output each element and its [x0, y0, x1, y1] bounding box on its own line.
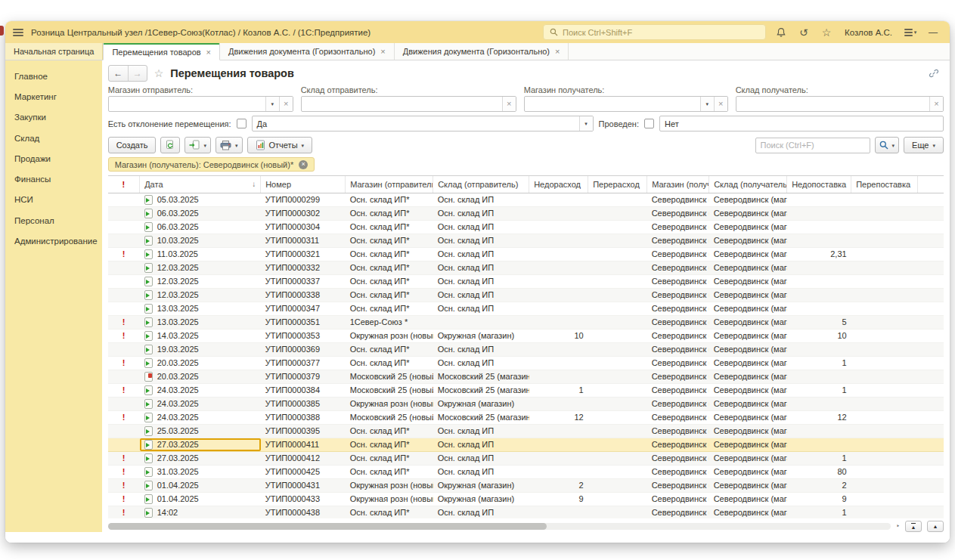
cell-excl[interactable]: !	[108, 465, 140, 478]
cell-over_del[interactable]	[851, 234, 918, 247]
cell-date[interactable]: 05.03.2025	[140, 193, 261, 206]
cell-under_del[interactable]	[787, 424, 851, 438]
shop-receiver-dropdown-button[interactable]: ▾	[700, 97, 714, 111]
cell-over_del[interactable]	[851, 506, 918, 518]
cell-num[interactable]: УТИП0000353	[261, 329, 346, 342]
table-row[interactable]: 24.03.2025УТИП0000385Окружная розн (новы…	[108, 397, 944, 410]
cell-over_exp[interactable]	[588, 451, 647, 465]
cell-over_exp[interactable]	[588, 410, 647, 424]
table-row[interactable]: !01.04.2025УТИП0000431Окружная розн (нов…	[108, 478, 944, 492]
cell-shop_to[interactable]: Северодвинск (н...	[647, 288, 709, 302]
table-row[interactable]: !14:02УТИП0000438Осн. склад ИП*Осн. скла…	[108, 506, 944, 518]
cell-under_exp[interactable]: 1	[529, 383, 588, 397]
table-row[interactable]: 10.03.2025УТИП0000311Осн. склад ИП*Осн. …	[108, 234, 944, 247]
go-to-list-begin-button[interactable]: ▲	[905, 521, 922, 532]
cell-over_del[interactable]	[851, 424, 918, 438]
cell-num[interactable]: УТИП0000332	[261, 261, 346, 274]
cell-wh_to[interactable]: Северодвинск (магазин)	[709, 478, 787, 492]
cell-num[interactable]: УТИП0000304	[261, 220, 346, 234]
cell-over_exp[interactable]	[588, 193, 647, 206]
cell-date[interactable]: 12.03.2025	[140, 261, 261, 274]
cell-wh_to[interactable]: Северодвинск (магазин)	[709, 492, 787, 506]
cell-under_del[interactable]	[787, 234, 851, 247]
table-row[interactable]: 12.03.2025УТИП0000337Осн. склад ИП*Осн. …	[108, 274, 944, 288]
cell-under_del[interactable]: 2,31	[787, 247, 851, 261]
cell-excl[interactable]: !	[108, 478, 140, 492]
cell-under_del[interactable]	[787, 220, 851, 234]
cell-num[interactable]: УТИП0000425	[261, 465, 346, 478]
cell-wh_from[interactable]: Осн. склад ИП	[433, 424, 529, 438]
cell-under_del[interactable]: 80	[787, 465, 851, 478]
cell-over_exp[interactable]	[588, 342, 647, 356]
cell-num[interactable]: УТИП0000302	[261, 206, 346, 220]
cell-shop_from[interactable]: Осн. склад ИП*	[346, 206, 433, 220]
cell-over_del[interactable]	[851, 410, 918, 424]
cell-date[interactable]: 31.03.2025	[140, 465, 261, 478]
column-header-wh_from[interactable]: Склад (отправитель)	[433, 176, 529, 193]
sidebar-item-9[interactable]: Администрирование	[5, 231, 102, 252]
cell-under_exp[interactable]	[529, 302, 588, 315]
cell-over_exp[interactable]	[588, 492, 647, 506]
table-row[interactable]: !01.04.2025УТИП0000433Окружная розн (нов…	[108, 492, 944, 506]
cell-under_del[interactable]: 2	[787, 478, 851, 492]
cell-over_exp[interactable]	[588, 506, 647, 518]
cell-wh_from[interactable]: Осн. склад ИП	[433, 274, 529, 288]
cell-shop_to[interactable]: Северодвинск (н...	[647, 397, 709, 410]
minimize-button[interactable]: —	[926, 24, 941, 41]
cell-under_exp[interactable]: 9	[529, 492, 588, 506]
horizontal-scrollbar[interactable]	[108, 523, 891, 530]
cell-over_del[interactable]	[851, 451, 918, 465]
cell-wh_from[interactable]: Окружная (магазин)	[433, 329, 529, 342]
cell-under_del[interactable]	[787, 193, 851, 206]
cell-under_exp[interactable]	[529, 220, 588, 234]
shop-sender-dropdown-button[interactable]: ▾	[265, 97, 279, 111]
cell-excl[interactable]	[108, 370, 140, 383]
favorites-button[interactable]: ☆	[819, 24, 834, 41]
cell-under_del[interactable]: 10	[787, 329, 851, 342]
cell-num[interactable]: УТИП0000431	[261, 478, 346, 492]
cell-date[interactable]: 01.04.2025	[140, 478, 261, 492]
table-row[interactable]: 12.03.2025УТИП0000332Осн. склад ИП*Осн. …	[108, 261, 944, 274]
cell-under_exp[interactable]	[529, 234, 588, 247]
cell-date[interactable]: 24.03.2025	[140, 383, 261, 397]
cell-shop_to[interactable]: Северодвинск (н...	[647, 410, 709, 424]
tab-2[interactable]: Перемещения товаров×	[103, 43, 220, 60]
cell-over_exp[interactable]	[588, 356, 647, 370]
cell-wh_to[interactable]: Северодвинск (магазин)	[709, 302, 787, 315]
cell-under_del[interactable]	[787, 206, 851, 220]
cell-wh_to[interactable]: Северодвинск (магазин)	[709, 329, 787, 342]
cell-num[interactable]: УТИП0000351	[261, 315, 346, 329]
cell-wh_to[interactable]: Северодвинск (магазин)	[709, 288, 787, 302]
cell-num[interactable]: УТИП0000338	[261, 288, 346, 302]
cell-num[interactable]: УТИП0000385	[261, 397, 346, 410]
cell-wh_from[interactable]: Осн. склад ИП	[433, 220, 529, 234]
horizontal-scrollbar-thumb[interactable]	[108, 523, 547, 530]
more-button[interactable]: Еще ▾	[904, 137, 944, 153]
table-row[interactable]: 19.03.2025УТИП0000369Осн. склад ИП*Осн. …	[108, 342, 944, 356]
cell-under_exp[interactable]	[529, 206, 588, 220]
cell-over_del[interactable]	[851, 274, 918, 288]
cell-shop_to[interactable]: Северодвинск (н...	[647, 465, 709, 478]
shop-sender-clear-button[interactable]: ×	[279, 97, 293, 111]
cell-shop_to[interactable]: Северодвинск (н...	[647, 274, 709, 288]
reports-button[interactable]: Отчеты ▾	[247, 137, 313, 153]
cell-shop_to[interactable]: Северодвинск (н...	[647, 356, 709, 370]
cell-over_del[interactable]	[851, 342, 918, 356]
column-header-date[interactable]: Дата↓	[140, 176, 261, 193]
cell-shop_to[interactable]: Северодвинск (н...	[647, 315, 709, 329]
cell-excl[interactable]	[108, 424, 140, 438]
table-row[interactable]: 13.03.2025УТИП0000347Осн. склад ИП*Осн. …	[108, 302, 944, 315]
cell-wh_to[interactable]: Северодвинск (магазин)	[709, 451, 787, 465]
posted-checkbox[interactable]	[644, 119, 654, 128]
cell-shop_from[interactable]: Осн. склад ИП*	[346, 356, 433, 370]
cell-excl[interactable]: !	[108, 506, 140, 518]
cell-excl[interactable]	[108, 193, 140, 206]
table-row[interactable]: 05.03.2025УТИП0000299Осн. склад ИП*Осн. …	[108, 193, 944, 206]
sidebar-item-1[interactable]: Главное	[5, 67, 102, 87]
cell-wh_from[interactable]: Осн. склад ИП	[433, 356, 529, 370]
favorite-star-icon[interactable]: ☆	[154, 67, 164, 79]
table-row[interactable]: !27.03.2025УТИП0000412Осн. склад ИП*Осн.…	[108, 451, 944, 465]
create-based-on-button[interactable]: ▾	[184, 137, 211, 153]
sidebar-item-4[interactable]: Склад	[5, 128, 102, 149]
print-button[interactable]: ▾	[215, 137, 243, 153]
